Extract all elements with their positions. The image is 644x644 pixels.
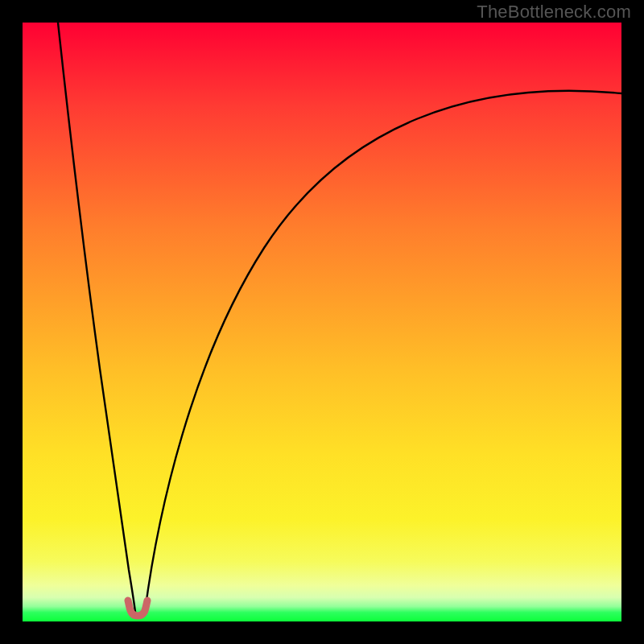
curve-right-branch — [145, 91, 621, 612]
bottom-u-marker — [128, 601, 147, 616]
plot-area — [23, 23, 621, 621]
watermark-text: TheBottleneck.com — [477, 2, 631, 23]
curve-left-branch — [58, 23, 135, 612]
curve-overlay — [23, 23, 621, 621]
chart-frame: TheBottleneck.com — [0, 0, 644, 644]
